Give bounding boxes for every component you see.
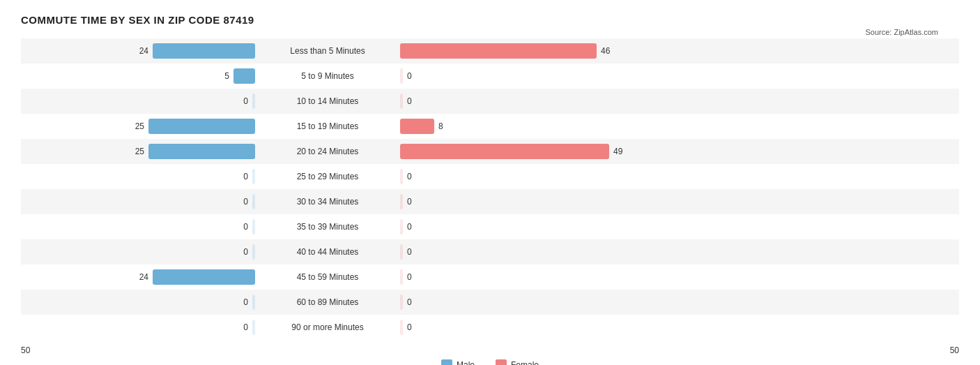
female-side: 0: [397, 94, 634, 109]
table-row: 25 20 to 24 Minutes 49: [21, 139, 959, 164]
female-bar: [400, 295, 403, 310]
table-row: 0 30 to 34 Minutes 0: [21, 189, 959, 214]
female-side: 0: [397, 169, 634, 184]
male-side: 0: [21, 94, 258, 109]
male-bar: [252, 169, 255, 184]
table-row: 0 10 to 14 Minutes 0: [21, 89, 959, 114]
male-value: 0: [234, 322, 248, 332]
female-legend-label: Female: [511, 360, 539, 365]
female-value: 0: [407, 172, 421, 181]
male-side: 5: [21, 68, 258, 84]
table-row: 0 60 to 89 Minutes 0: [21, 290, 959, 315]
male-value: 25: [130, 147, 144, 156]
female-side: 0: [397, 194, 634, 209]
male-bar: [148, 119, 255, 134]
row-label: 45 to 59 Minutes: [258, 272, 397, 282]
table-row: 24 45 to 59 Minutes 0: [21, 265, 959, 290]
female-value: 49: [613, 147, 627, 156]
female-bar: [400, 144, 609, 159]
male-value: 0: [234, 222, 248, 232]
table-row: 0 90 or more Minutes 0: [21, 315, 959, 340]
row-label: 10 to 14 Minutes: [258, 96, 397, 106]
female-side: 0: [397, 295, 634, 310]
female-side: 0: [397, 320, 634, 335]
female-value: 0: [407, 297, 421, 307]
male-side: 0: [21, 244, 258, 260]
legend: Male Female: [21, 359, 959, 365]
row-label: 15 to 19 Minutes: [258, 121, 397, 131]
female-value: 0: [407, 322, 421, 332]
female-side: 49: [397, 144, 634, 159]
female-value: 46: [601, 46, 615, 56]
male-value: 5: [215, 71, 229, 81]
male-bar: [148, 144, 255, 159]
female-value: 8: [438, 121, 452, 131]
male-side: 25: [21, 144, 258, 159]
axis-left: 50: [21, 345, 258, 355]
row-label: 30 to 34 Minutes: [258, 197, 397, 207]
chart-container: 24 Less than 5 Minutes 46 5 5 to 9 Minut…: [21, 38, 959, 365]
female-side: 8: [397, 119, 634, 134]
row-label: 90 or more Minutes: [258, 322, 397, 332]
female-bar: [400, 68, 403, 84]
male-bar: [252, 295, 255, 310]
male-bar: [252, 94, 255, 109]
male-legend-label: Male: [457, 360, 475, 365]
male-value: 0: [234, 197, 248, 207]
female-value: 0: [407, 96, 421, 106]
row-label: 60 to 89 Minutes: [258, 297, 397, 307]
row-label: Less than 5 Minutes: [258, 46, 397, 56]
male-bar: [252, 320, 255, 335]
row-label: 40 to 44 Minutes: [258, 247, 397, 257]
female-side: 46: [397, 43, 634, 59]
axis-right: 50: [722, 345, 959, 355]
male-bar: [233, 68, 255, 84]
male-side: 0: [21, 194, 258, 209]
female-value: 0: [407, 272, 421, 282]
male-value: 0: [234, 297, 248, 307]
female-value: 0: [407, 222, 421, 232]
male-value: 0: [234, 96, 248, 106]
female-value: 0: [407, 197, 421, 207]
female-side: 0: [397, 244, 634, 260]
male-side: 25: [21, 119, 258, 134]
female-bar: [400, 194, 403, 209]
male-bar: [252, 244, 255, 260]
female-bar: [400, 269, 403, 285]
male-side: 0: [21, 320, 258, 335]
axis-row: 50 50: [21, 345, 959, 355]
female-side: 0: [397, 269, 634, 285]
chart-title: COMMUTE TIME BY SEX IN ZIP CODE 87419: [21, 14, 959, 26]
source-label: Source: ZipAtlas.com: [865, 28, 938, 36]
male-side: 24: [21, 43, 258, 59]
male-value: 24: [135, 46, 148, 56]
male-side: 0: [21, 219, 258, 234]
male-value: 24: [135, 272, 148, 282]
male-value: 0: [234, 172, 248, 181]
table-row: 24 Less than 5 Minutes 46: [21, 38, 959, 64]
table-row: 25 15 to 19 Minutes 8: [21, 114, 959, 139]
female-value: 0: [407, 71, 421, 81]
row-label: 25 to 29 Minutes: [258, 172, 397, 181]
male-side: 24: [21, 269, 258, 285]
table-row: 0 40 to 44 Minutes 0: [21, 239, 959, 265]
table-row: 0 35 to 39 Minutes 0: [21, 214, 959, 239]
male-legend-box: [441, 359, 452, 365]
row-label: 5 to 9 Minutes: [258, 71, 397, 81]
female-side: 0: [397, 219, 634, 234]
female-bar: [400, 244, 403, 260]
legend-male: Male: [441, 359, 475, 365]
male-bar: [153, 269, 255, 285]
table-row: 0 25 to 29 Minutes 0: [21, 164, 959, 189]
male-value: 25: [130, 121, 144, 131]
female-legend-box: [496, 359, 507, 365]
male-side: 0: [21, 295, 258, 310]
male-value: 0: [234, 247, 248, 257]
male-bar: [252, 194, 255, 209]
female-bar: [400, 94, 403, 109]
row-label: 20 to 24 Minutes: [258, 147, 397, 156]
female-bar: [400, 219, 403, 234]
female-bar: [400, 119, 434, 134]
table-row: 5 5 to 9 Minutes 0: [21, 64, 959, 89]
female-bar: [400, 43, 597, 59]
